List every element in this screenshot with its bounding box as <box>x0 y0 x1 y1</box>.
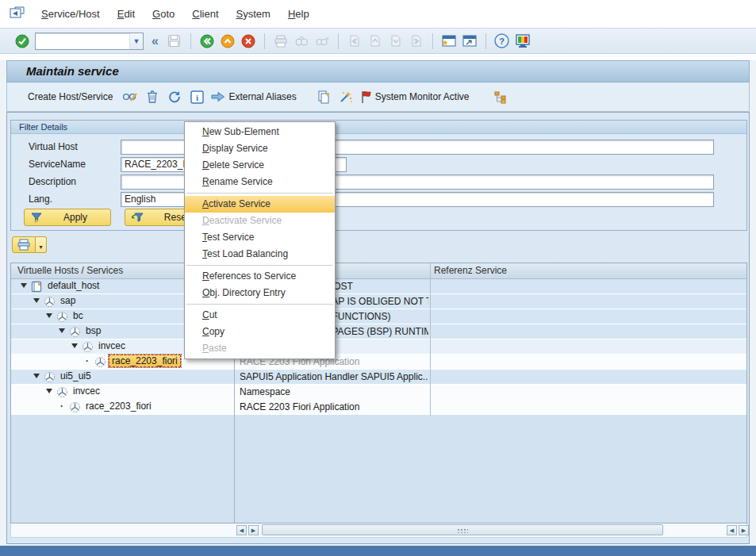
new-session-icon[interactable] <box>441 33 457 49</box>
find-icon[interactable] <box>294 33 309 49</box>
scroll-right-icon[interactable]: ▶ <box>248 525 259 535</box>
menu-item-activate-service[interactable]: Activate Service <box>185 196 335 213</box>
host-icon[interactable] <box>31 281 43 295</box>
collapse-toolbar-icon[interactable]: « <box>148 34 162 48</box>
hierarchy-icon[interactable] <box>493 89 508 105</box>
find-next-icon[interactable] <box>314 33 330 49</box>
scroll-left-icon[interactable]: ◀ <box>236 525 247 535</box>
menu-help[interactable]: Help <box>279 5 318 23</box>
collapse-arrow-icon[interactable] <box>33 374 40 378</box>
customize-layout-icon[interactable] <box>515 33 531 49</box>
service-icon[interactable] <box>56 311 68 325</box>
create-host-service-button[interactable]: Create Host/Service <box>25 90 116 104</box>
menu-item-references-to-service[interactable]: References to Service <box>185 268 335 285</box>
node-label[interactable]: race_2203_fiori <box>109 355 181 367</box>
tree-row-sap[interactable]: sapSAP NAMESPACE; SAP IS OBLIGED NOT T..… <box>11 294 746 309</box>
node-label[interactable]: bc <box>71 310 86 321</box>
menu-client[interactable]: Client <box>183 5 227 23</box>
menu-item-display-service[interactable]: Display Service <box>185 140 335 157</box>
service-icon[interactable] <box>69 401 81 416</box>
scrollbar-thumb[interactable] <box>262 524 663 535</box>
menu-goto[interactable]: Goto <box>144 5 183 23</box>
filter-row-lang-: Lang.English <box>11 192 746 207</box>
apply-button[interactable]: Apply <box>24 209 111 226</box>
delete-icon[interactable] <box>144 89 160 105</box>
tree-row-invcec[interactable]: invcecNamespace <box>11 339 746 355</box>
node-label[interactable]: invcec <box>71 385 102 397</box>
scroll-left-right-pane-icon[interactable]: ◀ <box>727 525 737 535</box>
tree-row-invcec[interactable]: invcecNamespace <box>11 385 746 400</box>
menu-item-new-sub-element[interactable]: New Sub-Element <box>185 124 335 140</box>
print-icon[interactable] <box>273 33 289 49</box>
copy-page-icon[interactable] <box>316 89 332 105</box>
filter-row-virtual-host: Virtual Host <box>11 140 746 155</box>
node-label[interactable]: sap <box>58 295 78 306</box>
menu-item-test-load-balancing[interactable]: Test Load Balancing <box>185 246 335 263</box>
service-icon[interactable] <box>69 326 81 340</box>
node-label[interactable]: invcec <box>96 340 128 351</box>
collapse-arrow-icon[interactable] <box>46 313 52 318</box>
cancel-icon[interactable] <box>240 33 256 49</box>
collapse-arrow-icon[interactable] <box>46 389 52 393</box>
node-label[interactable]: race_2203_fiori <box>83 401 154 412</box>
menu-item-test-service[interactable]: Test Service <box>185 229 335 246</box>
enter-check-icon[interactable] <box>14 33 30 49</box>
display-change-icon[interactable] <box>122 89 138 105</box>
save-icon[interactable] <box>167 33 182 49</box>
print-dropdown-icon[interactable]: ▾ <box>36 236 47 253</box>
collapse-arrow-icon[interactable] <box>33 298 40 303</box>
scroll-right-right-pane-icon[interactable]: ▶ <box>739 525 749 535</box>
menu-separator <box>186 265 333 266</box>
standard-toolbar: ▼ « <box>0 29 756 54</box>
page-down-icon[interactable] <box>388 33 404 49</box>
field-label: Lang. <box>29 194 52 205</box>
apply-filter-icon <box>31 212 42 223</box>
command-input[interactable] <box>36 34 129 48</box>
service-icon[interactable] <box>82 341 94 355</box>
menu-edit[interactable]: Edit <box>109 5 144 23</box>
menu-item-rename-service[interactable]: Rename Service <box>185 174 335 190</box>
command-dropdown-icon[interactable]: ▼ <box>129 33 143 49</box>
help-icon[interactable]: ? <box>494 33 510 49</box>
menu-item-obj-directory-entry[interactable]: Obj. Directory Entry <box>185 285 335 301</box>
exit-icon[interactable] <box>220 33 236 49</box>
service-icon[interactable] <box>44 296 56 310</box>
tree-row-ui5_ui5[interactable]: ui5_ui5SAPUI5 Application Handler SAPUI5… <box>11 370 746 385</box>
node-label[interactable]: default_host <box>45 280 102 291</box>
collapse-arrow-icon[interactable] <box>21 283 27 288</box>
create-shortcut-icon[interactable] <box>462 33 478 49</box>
back-icon[interactable] <box>199 33 215 49</box>
menu-system[interactable]: System <box>228 5 279 23</box>
print-button[interactable] <box>12 236 36 253</box>
system-monitor-button[interactable]: System Monitor Active <box>360 90 470 104</box>
system-menu-icon[interactable] <box>10 6 25 22</box>
service-icon[interactable] <box>44 371 56 385</box>
refresh-icon[interactable] <box>167 89 182 105</box>
collapse-arrow-icon[interactable] <box>71 343 78 348</box>
external-aliases-button[interactable]: External Aliases <box>211 91 296 102</box>
tree-row-race_2203_fiori[interactable]: ·race_2203_fioriRACE 2203 Fiori Applicat… <box>11 355 746 370</box>
column-header-hosts-services[interactable]: Virtuelle Hosts / Services <box>17 265 123 276</box>
tree-row-default_host[interactable]: default_hostVIRTUAL DEFAULT HOST <box>11 279 746 294</box>
service-icon[interactable] <box>94 356 106 370</box>
collapse-arrow-icon[interactable] <box>59 328 65 333</box>
last-page-icon[interactable] <box>409 33 424 49</box>
horizontal-scrollbar: ◀ ▶ ◀ ▶ <box>10 523 747 538</box>
page-up-icon[interactable] <box>367 33 383 49</box>
column-separator-2[interactable] <box>430 263 431 416</box>
menu-item-copy[interactable]: Copy <box>185 324 335 340</box>
menu-item-cut[interactable]: Cut <box>185 307 335 324</box>
first-page-icon[interactable] <box>347 33 363 49</box>
info-icon[interactable]: i <box>189 89 205 105</box>
tree-row-race_2203_fiori[interactable]: ·race_2203_fioriRACE 2203 Fiori Applicat… <box>11 400 746 415</box>
node-label[interactable]: bsp <box>83 325 103 336</box>
node-label[interactable]: ui5_ui5 <box>58 370 94 382</box>
tree-row-bc[interactable]: bcBASIS TREE (BASIS FUNCTIONS) <box>11 309 746 324</box>
menu-item-delete-service[interactable]: Delete Service <box>185 157 335 174</box>
command-field[interactable]: ▼ <box>35 33 144 50</box>
service-icon[interactable] <box>56 386 68 401</box>
tree-row-bsp[interactable]: bspBUSINESS SERVER PAGES (BSP) RUNTIME <box>11 324 746 339</box>
column-header-referenz-service[interactable]: Referenz Service <box>434 265 507 276</box>
menu-service-host[interactable]: Service/Host <box>33 5 109 23</box>
wizard-icon[interactable] <box>338 89 354 105</box>
